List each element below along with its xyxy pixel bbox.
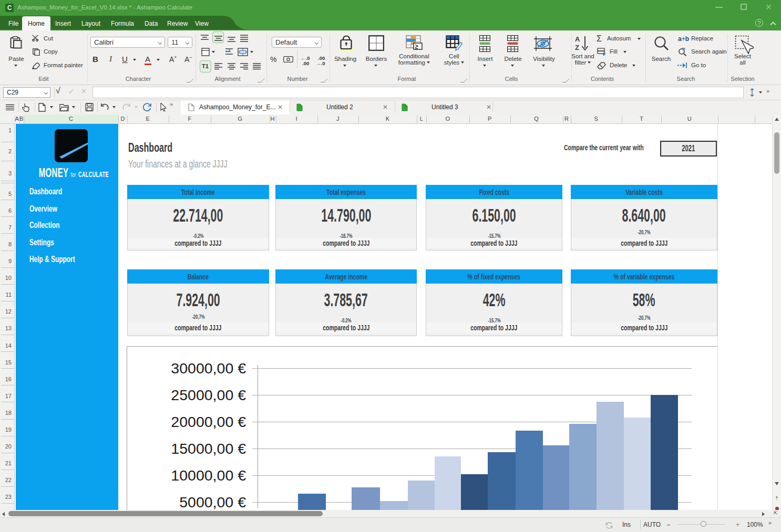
svg-text:A: A bbox=[575, 35, 580, 43]
svg-text:Z: Z bbox=[575, 44, 579, 51]
